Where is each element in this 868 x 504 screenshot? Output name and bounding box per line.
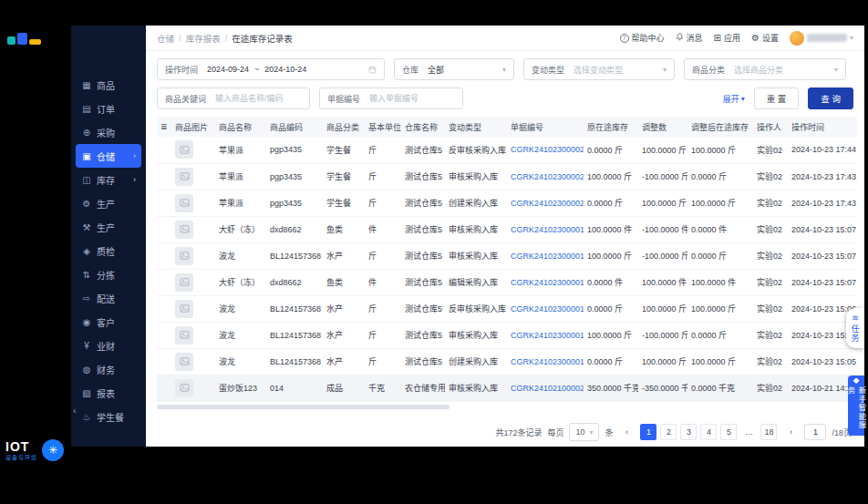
date-range-filter[interactable]: 操作时间 2024-09-24 ~ 2024-10-24 <box>157 58 385 80</box>
sidebar-collapse-arrow[interactable]: ‹ <box>73 405 77 416</box>
table-row[interactable]: 大虾（冻）dxd8662鱼类件测试仓库5审核采购入库CGRK2410230000… <box>157 216 857 242</box>
sidebar-item-customer[interactable]: ◉客户 <box>76 310 141 334</box>
sidebar-item-production-2[interactable]: ⚒生产 <box>76 215 141 239</box>
assistant-float-button[interactable]: ◆ 新手智能服务 <box>848 375 864 436</box>
sidebar-item-reports[interactable]: ▧报表 <box>76 381 141 405</box>
per-page-select[interactable]: 10 ▾ <box>569 423 599 441</box>
before-transit-qty-cell: 0.0000 斤 <box>584 190 638 216</box>
table-row[interactable]: 波龙BL124157368水产斤测试仓库5审核采购入库CGRK241023000… <box>157 322 857 348</box>
operator-cell: 实验02 <box>753 190 788 216</box>
search-button[interactable]: 查 询 <box>808 87 853 109</box>
sidebar-item-production-1[interactable]: ⚙生产 <box>76 191 141 215</box>
diamond-icon: ◆ <box>853 375 860 385</box>
category-filter[interactable]: 商品分类 选择商品分类 ▾ <box>684 58 846 80</box>
doc-no-link[interactable]: CGRK24102300001 <box>511 278 584 287</box>
sidebar-item-finance[interactable]: ◍财务 <box>76 357 141 381</box>
page-button[interactable]: 5 <box>720 424 737 440</box>
filter-panel: 操作时间 2024-09-24 ~ 2024-10-24 仓库 全部 ▾ 变动类… <box>146 51 864 117</box>
sidebar-item-warehouse[interactable]: ▣仓储› <box>76 144 141 168</box>
table-row[interactable]: 波龙BL124157368水产斤测试仓库5审核采购入库CGRK241023000… <box>157 242 857 269</box>
page-jump-input[interactable] <box>804 424 826 440</box>
before-transit-qty-cell: 0.0000 斤 <box>584 348 638 375</box>
operator-cell: 实验02 <box>753 242 788 269</box>
sidebar-item-student-meal[interactable]: ♨学生餐 <box>76 405 141 428</box>
breadcrumb-item[interactable]: 仓储 <box>157 32 174 45</box>
product-name-cell: 苹果派 <box>215 137 266 163</box>
chevron-down-icon: ▾ <box>834 66 838 74</box>
doc-no-link[interactable]: CGRK24102300001 <box>511 252 584 261</box>
product-image-cell <box>171 190 215 216</box>
next-page-button[interactable]: › <box>782 424 799 440</box>
desktop-background: ▦商品▤订单⊕采购▣仓储›◫库存›⚙生产⚒生产◈质检⇅分拣⇨配送◉客户¥业财◍财… <box>0 0 868 504</box>
apps-button[interactable]: ⊞ 应用 <box>714 32 740 44</box>
base-unit-cell: 斤 <box>365 137 401 163</box>
page-button[interactable]: 4 <box>700 424 717 440</box>
table-row[interactable]: 大虾（冻）dxd8662鱼类件测试仓库5编辑采购入库CGRK2410230000… <box>157 269 857 295</box>
column-settings-header[interactable]: ≣ <box>157 117 171 137</box>
column-settings-icon: ≣ <box>160 122 168 131</box>
sidebar-item-delivery[interactable]: ⇨配送 <box>76 286 141 310</box>
filter-row-1: 操作时间 2024-09-24 ~ 2024-10-24 仓库 全部 ▾ 变动类… <box>157 58 853 80</box>
after-transit-qty-cell: 0.0000 斤 <box>687 322 753 348</box>
horizontal-scrollbar-thumb[interactable] <box>157 405 450 409</box>
doc-no-link[interactable]: CGRK24102100002 <box>511 384 584 393</box>
change-type-cell: 审核采购入库 <box>445 375 507 401</box>
table-row[interactable]: 苹果派pgp3435学生餐斤测试仓库5创建采购入库CGRK24102300002… <box>157 190 857 216</box>
table-header-row: ≣商品图片商品名称商品编码商品分类基本单位仓库名称变动类型单据编号原在途库存调整… <box>157 117 857 137</box>
task-float-button[interactable]: ≋ 任务 <box>846 308 864 348</box>
page-button[interactable]: 18 <box>760 424 777 440</box>
table-row[interactable]: 波龙BL124157368水产斤测试仓库5创建采购入库CGRK241023000… <box>157 348 857 375</box>
page-button[interactable]: 1 <box>640 424 656 440</box>
breadcrumb-item[interactable]: 库存报表 <box>186 32 221 45</box>
sidebar-item-sorting[interactable]: ⇅分拣 <box>76 262 141 286</box>
table-row[interactable]: 波龙BL124157368水产斤测试仓库5反审核采购入库CGRK24102300… <box>157 295 857 322</box>
keyword-input[interactable] <box>215 94 302 103</box>
doc-no-link[interactable]: CGRK24102300001 <box>511 331 584 340</box>
warehouse-cell: 测试仓库5 <box>401 190 445 216</box>
product-code-cell: BL124157368 <box>266 242 323 269</box>
operate-time-cell: 2024-10-23 15:07 <box>788 216 857 242</box>
product-code-cell: 014 <box>266 375 323 401</box>
change-type-placeholder: 选择变动类型 <box>574 64 623 76</box>
sidebar-item-quality-check[interactable]: ◈质检 <box>76 239 141 262</box>
doc-no-link[interactable]: CGRK24102300001 <box>511 357 584 366</box>
doc-no-link[interactable]: CGRK24102300002 <box>511 172 584 181</box>
table-row[interactable]: 苹果派pgp3435学生餐斤测试仓库5反审核采购入库CGRK2410230000… <box>157 137 857 163</box>
doc-no-cell: CGRK24102300001 <box>507 348 584 375</box>
product-image-cell <box>171 348 215 375</box>
sidebar-item-business-finance[interactable]: ¥业财 <box>76 334 141 357</box>
chart-icon: ▧ <box>81 388 92 398</box>
product-image-placeholder-icon <box>175 300 193 318</box>
grid-apps-icon: ⊞ <box>714 33 721 43</box>
sidebar-item-purchase[interactable]: ⊕采购 <box>76 120 141 144</box>
before-transit-qty-cell: 0.0000 件 <box>584 269 638 295</box>
user-menu[interactable]: ▾ <box>790 31 853 46</box>
iot-logo: IOT 设备与环境 ✳ <box>2 436 67 465</box>
expand-toggle[interactable]: 展开 ▾ <box>723 93 745 105</box>
sidebar-item-inventory[interactable]: ◫库存› <box>76 168 141 191</box>
table-row[interactable]: 苹果派pgp3435学生餐斤测试仓库5审核采购入库CGRK24102300002… <box>157 163 857 190</box>
messages-button[interactable]: 消息 <box>676 32 703 44</box>
reset-button[interactable]: 重 置 <box>754 87 800 109</box>
doc-no-link[interactable]: CGRK24102300001 <box>511 225 584 234</box>
doc-no-input[interactable] <box>369 94 455 103</box>
operate-time-cell: 2024-10-23 15:07 <box>788 269 857 295</box>
doc-no-link[interactable]: CGRK24102300002 <box>511 199 584 208</box>
warehouse-filter[interactable]: 仓库 全部 ▾ <box>394 58 514 80</box>
doc-no-link[interactable]: CGRK24102300001 <box>511 304 584 314</box>
doc-no-link[interactable]: CGRK24102300002 <box>511 145 584 154</box>
sidebar-item-goods[interactable]: ▦商品 <box>76 73 141 97</box>
sidebar-item-orders[interactable]: ▤订单 <box>76 97 141 120</box>
breadcrumb-separator: / <box>225 33 228 43</box>
table-row[interactable]: 蛋炒饭123014成品千克农仓储专用审核采购入库CGRK241021000023… <box>157 375 857 401</box>
change-type-filter[interactable]: 变动类型 选择变动类型 ▾ <box>523 58 675 80</box>
prev-page-button[interactable]: ‹ <box>618 424 635 440</box>
after-transit-qty-cell: 0.0000 件 <box>687 216 753 242</box>
page-button[interactable]: 3 <box>680 424 697 440</box>
doc-no-cell: CGRK24102300002 <box>507 137 584 163</box>
page-button[interactable]: 2 <box>660 424 677 440</box>
sidebar-item-label: 分拣 <box>97 268 115 282</box>
help-center-button[interactable]: ? 帮助中心 <box>620 32 665 44</box>
settings-button[interactable]: ⚙ 设置 <box>751 32 779 44</box>
change-type-cell: 反审核采购入库 <box>445 295 507 322</box>
